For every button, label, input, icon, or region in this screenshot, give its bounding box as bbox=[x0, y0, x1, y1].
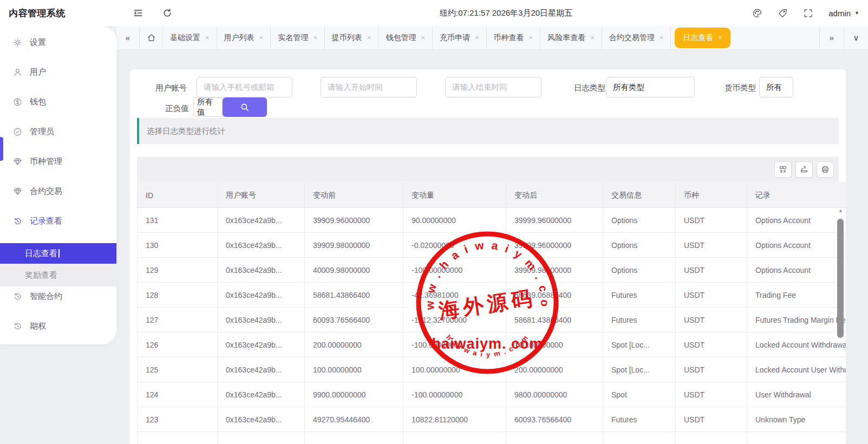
sidebar-item-reward-view[interactable]: 奖励查看 bbox=[0, 264, 116, 286]
sidebar-item-label: 智能合约 bbox=[30, 291, 62, 302]
table-row[interactable]: 1310x163ce42a9b...39909.9600000090.00000… bbox=[138, 208, 846, 233]
cell-account: 0x163ce42a9b... bbox=[218, 308, 305, 332]
sidebar-item-label: 记录查看 bbox=[30, 216, 62, 226]
table-row[interactable]: 1250x163ce42a9b...100.00000000100.000000… bbox=[138, 357, 846, 382]
tab-coin-view[interactable]: 币种查看× bbox=[487, 26, 541, 49]
clock-text: 纽约:07:21:57 2026年3月20日星期五 bbox=[440, 0, 572, 26]
theme-button[interactable] bbox=[752, 8, 762, 18]
sidebar-item-smart-contract[interactable]: 智能合约 bbox=[0, 289, 116, 304]
cell-before: 100.00000000 bbox=[305, 357, 403, 382]
fullscreen-button[interactable] bbox=[803, 8, 813, 18]
table-row[interactable]: 1290x163ce42a9b...40009.98000000-100.000… bbox=[138, 258, 846, 283]
sidebar-item-log-view[interactable]: 日志查看 bbox=[0, 243, 116, 264]
tab-kyc-mgmt[interactable]: 实名管理× bbox=[271, 26, 325, 49]
column-visibility-button[interactable] bbox=[774, 161, 792, 178]
sidebar-item-options[interactable]: 期权 bbox=[0, 318, 116, 334]
end-time-input[interactable] bbox=[445, 77, 541, 97]
close-icon[interactable]: × bbox=[205, 34, 210, 42]
export-icon bbox=[800, 165, 808, 174]
tabbar-controls: » ∨ bbox=[819, 26, 868, 49]
sidebar-item-contract-trade[interactable]: 合约交易 bbox=[0, 184, 116, 199]
close-icon[interactable]: × bbox=[421, 34, 425, 42]
menu-fold-icon bbox=[133, 8, 143, 18]
tab-label: 币种查看 bbox=[494, 33, 524, 43]
scroll-up-icon[interactable]: ▲ bbox=[837, 207, 844, 214]
tab-risk-rate-view[interactable]: 风险率查看× bbox=[540, 26, 602, 49]
cell-coin: USDT bbox=[676, 208, 747, 233]
cell-before: 9900.00000000 bbox=[305, 382, 403, 407]
table-row[interactable]: 1230x163ce42a9b...49270.9544640010822.81… bbox=[138, 407, 846, 432]
cell-before: 40009.98000000 bbox=[305, 258, 403, 283]
cell-id: 131 bbox=[138, 208, 218, 233]
column-header-id: ID bbox=[138, 183, 218, 208]
close-icon[interactable]: × bbox=[590, 34, 595, 42]
table-row[interactable]: 1300x163ce42a9b...39909.98000000-0.02000… bbox=[138, 233, 846, 258]
table-row[interactable]: 1280x163ce42a9b...58681.43866400-42.3698… bbox=[138, 283, 846, 308]
sidebar-menu: 设置用户钱包管理员币种管理合约交易记录查看日志查看奖励查看智能合约期权 bbox=[0, 26, 116, 334]
sidebar-item-settings[interactable]: 设置 bbox=[0, 35, 116, 50]
close-icon[interactable]: × bbox=[367, 34, 371, 42]
tab-log-view[interactable]: 日志查看× bbox=[675, 28, 730, 48]
tab-basic-settings[interactable]: 基础设置× bbox=[163, 26, 217, 49]
table-row[interactable]: 1240x163ce42a9b...9900.00000000-100.0000… bbox=[138, 382, 846, 407]
chevron-down-icon: ∨ bbox=[853, 33, 859, 43]
account-input[interactable] bbox=[197, 77, 292, 97]
refresh-button[interactable] bbox=[162, 8, 173, 18]
cell-coin: USDT bbox=[676, 283, 747, 308]
search-button[interactable] bbox=[223, 97, 267, 117]
cell-account: 0x163ce42a9b... bbox=[218, 283, 305, 308]
sidebar-item-coin-mgmt[interactable]: 币种管理 bbox=[0, 154, 116, 169]
content-card: 用户账号 日志类型 所有类型 货币类型 所有 正负值 所有值 选择日志类型进行统… bbox=[130, 69, 846, 444]
sign-select[interactable]: 所有值 bbox=[193, 97, 223, 117]
log-type-select[interactable]: 所有类型 bbox=[606, 77, 695, 97]
currency-type-select[interactable]: 所有 bbox=[759, 77, 793, 97]
cell-after: 39909.96000000 bbox=[506, 233, 603, 258]
tab-deposit-requests[interactable]: 充币申请× bbox=[433, 26, 487, 49]
top-bar: 内容管理系统 纽约:07:21:57 2026年3月20日星期五 admin ▼ bbox=[0, 0, 868, 26]
tabs-scroll-right-button[interactable]: » bbox=[819, 26, 844, 49]
cell-trade-info: Spot [Loc... bbox=[603, 357, 676, 382]
close-icon[interactable]: × bbox=[660, 34, 664, 42]
table-row[interactable]: 1260x163ce42a9b...200.00000000-100.00000… bbox=[138, 332, 846, 357]
close-icon[interactable]: × bbox=[475, 34, 479, 42]
start-time-input[interactable] bbox=[321, 77, 417, 97]
cell-record: Options Account bbox=[747, 208, 846, 233]
print-icon bbox=[821, 165, 830, 174]
tag-button[interactable] bbox=[778, 8, 788, 18]
history-icon bbox=[13, 292, 22, 301]
tabs-menu-button[interactable]: ∨ bbox=[844, 26, 868, 49]
cell-after: 39909.98000000 bbox=[506, 258, 603, 283]
admin-dropdown[interactable]: admin ▼ bbox=[828, 9, 859, 18]
table-scrollbar: ▲ bbox=[837, 207, 844, 444]
sidebar-collapse-button[interactable] bbox=[133, 8, 143, 18]
sidebar-item-users[interactable]: 用户 bbox=[0, 64, 116, 80]
gem-icon bbox=[13, 157, 22, 166]
sidebar-item-record-view[interactable]: 记录查看 bbox=[0, 213, 116, 228]
print-button[interactable] bbox=[817, 161, 834, 178]
tabs-scroll-left-button[interactable]: « bbox=[116, 26, 140, 49]
export-button[interactable] bbox=[795, 161, 813, 178]
table-row[interactable]: 1270x163ce42a9b...60093.76566400-1412.32… bbox=[138, 308, 846, 332]
close-icon[interactable]: × bbox=[529, 34, 533, 42]
close-icon[interactable]: × bbox=[313, 34, 317, 42]
close-icon[interactable]: × bbox=[718, 34, 722, 42]
tab-label: 用户列表 bbox=[224, 33, 254, 43]
cell-trade-info: Options bbox=[603, 208, 676, 233]
sidebar-item-wallet[interactable]: 钱包 bbox=[0, 94, 116, 109]
tab-withdraw-list[interactable]: 提币列表× bbox=[325, 26, 379, 49]
cell-id: 128 bbox=[138, 283, 218, 308]
sidebar-item-admins[interactable]: 管理员 bbox=[0, 124, 116, 139]
cell-record: Locked Account User Withdrawal bbox=[747, 357, 846, 382]
cell-trade-info: Spot [Loc... bbox=[603, 332, 676, 357]
close-icon[interactable]: × bbox=[259, 34, 264, 42]
tab-wallet-mgmt[interactable]: 钱包管理× bbox=[378, 26, 433, 49]
tab-contract-trade-mgmt[interactable]: 合约交易管理× bbox=[602, 26, 671, 49]
scrollbar-thumb[interactable] bbox=[837, 219, 844, 338]
tab-label: 合约交易管理 bbox=[609, 33, 655, 43]
home-tab-button[interactable] bbox=[140, 26, 163, 49]
cell-change: 100.00000000 bbox=[403, 357, 506, 382]
table-toolbar bbox=[137, 157, 839, 182]
table-row-partial bbox=[138, 432, 846, 444]
tab-user-list[interactable]: 用户列表× bbox=[217, 26, 271, 49]
search-icon bbox=[240, 102, 250, 112]
